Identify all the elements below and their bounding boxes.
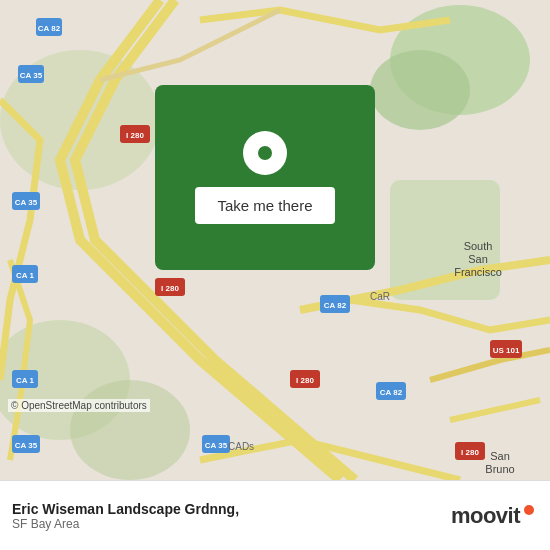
svg-text:CA 82: CA 82 bbox=[38, 24, 61, 33]
moovit-logo: moovit bbox=[451, 503, 534, 529]
moovit-logo-dot bbox=[524, 505, 534, 515]
svg-text:CA 82: CA 82 bbox=[380, 388, 403, 397]
svg-text:I 280: I 280 bbox=[461, 448, 479, 457]
location-name: Eric Wiseman Landscape Grdnng, bbox=[12, 501, 239, 517]
svg-text:I 280: I 280 bbox=[161, 284, 179, 293]
svg-text:South: South bbox=[464, 240, 493, 252]
svg-text:CA 35: CA 35 bbox=[15, 441, 38, 450]
svg-text:US 101: US 101 bbox=[493, 346, 520, 355]
svg-point-2 bbox=[370, 50, 470, 130]
svg-text:CA 1: CA 1 bbox=[16, 376, 34, 385]
map-container: CA 82 CA 35 I 280 CA 35 CA 1 I 280 CA 82… bbox=[0, 0, 550, 480]
svg-text:CA 82: CA 82 bbox=[324, 301, 347, 310]
svg-text:Bruno: Bruno bbox=[485, 463, 514, 475]
svg-point-6 bbox=[70, 380, 190, 480]
svg-text:CADs: CADs bbox=[228, 441, 254, 452]
map-attribution: © OpenStreetMap contributors bbox=[8, 399, 150, 412]
location-pin-icon bbox=[243, 131, 287, 175]
map-marker-overlay: Take me there bbox=[155, 85, 375, 270]
location-region: SF Bay Area bbox=[12, 517, 239, 531]
svg-text:Francisco: Francisco bbox=[454, 266, 502, 278]
moovit-brand-text: moovit bbox=[451, 503, 520, 529]
svg-text:I 280: I 280 bbox=[296, 376, 314, 385]
svg-text:CA 35: CA 35 bbox=[205, 441, 228, 450]
svg-text:CA 1: CA 1 bbox=[16, 271, 34, 280]
bottom-bar: Eric Wiseman Landscape Grdnng, SF Bay Ar… bbox=[0, 480, 550, 550]
svg-text:CaR: CaR bbox=[370, 291, 390, 302]
svg-text:CA 35: CA 35 bbox=[20, 71, 43, 80]
svg-text:CA 35: CA 35 bbox=[15, 198, 38, 207]
take-me-there-button[interactable]: Take me there bbox=[195, 187, 334, 224]
location-info: Eric Wiseman Landscape Grdnng, SF Bay Ar… bbox=[12, 501, 239, 531]
svg-text:San: San bbox=[468, 253, 488, 265]
svg-text:San: San bbox=[490, 450, 510, 462]
svg-text:I 280: I 280 bbox=[126, 131, 144, 140]
